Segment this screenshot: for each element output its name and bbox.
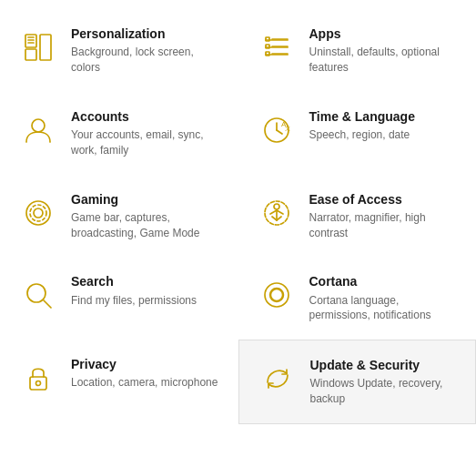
personalization-icon bbox=[18, 27, 58, 67]
gaming-text: Gaming Game bar, captures, broadcasting,… bbox=[71, 191, 220, 241]
svg-point-32 bbox=[270, 289, 283, 301]
svg-point-31 bbox=[265, 283, 289, 307]
search-title: Search bbox=[71, 273, 197, 289]
settings-item-personalization[interactable]: Personalization Background, lock screen,… bbox=[0, 9, 238, 92]
svg-point-25 bbox=[274, 204, 279, 209]
svg-point-29 bbox=[27, 284, 46, 302]
time-language-icon: A 文 bbox=[257, 110, 297, 150]
cortana-text: Cortana Cortana language, permissions, n… bbox=[309, 273, 459, 323]
privacy-text: Privacy Location, camera, microphone bbox=[71, 356, 218, 391]
cortana-title: Cortana bbox=[309, 273, 459, 289]
settings-item-privacy[interactable]: Privacy Location, camera, microphone bbox=[0, 340, 238, 424]
ease-of-access-desc: Narrator, magnifier, high contrast bbox=[309, 210, 459, 241]
privacy-title: Privacy bbox=[71, 356, 218, 372]
svg-rect-11 bbox=[266, 52, 269, 56]
settings-item-ease-of-access[interactable]: Ease of Access Narrator, magnifier, high… bbox=[238, 175, 477, 258]
svg-rect-0 bbox=[25, 35, 36, 47]
accounts-icon bbox=[18, 110, 58, 150]
svg-line-18 bbox=[277, 130, 282, 134]
search-icon bbox=[18, 275, 58, 315]
settings-item-apps[interactable]: Apps Uninstall, defaults, optional featu… bbox=[238, 9, 477, 92]
update-security-desc: Windows Update, recovery, backup bbox=[310, 376, 458, 407]
svg-rect-33 bbox=[30, 377, 46, 390]
apps-desc: Uninstall, defaults, optional features bbox=[309, 45, 459, 76]
svg-rect-2 bbox=[40, 35, 51, 60]
accounts-title: Accounts bbox=[71, 108, 220, 125]
svg-rect-10 bbox=[266, 45, 269, 48]
cortana-desc: Cortana language, permissions, notificat… bbox=[309, 293, 459, 324]
update-security-title: Update & Security bbox=[310, 357, 458, 373]
search-desc: Find my files, permissions bbox=[71, 293, 197, 309]
privacy-desc: Location, camera, microphone bbox=[71, 375, 218, 391]
ease-of-access-icon bbox=[257, 193, 297, 233]
svg-point-15 bbox=[32, 119, 45, 132]
svg-point-34 bbox=[36, 381, 41, 386]
time-language-text: Time & Language Speech, region, date bbox=[309, 108, 415, 143]
apps-text: Apps Uninstall, defaults, optional featu… bbox=[309, 25, 459, 76]
cortana-icon bbox=[257, 275, 297, 315]
search-text: Search Find my files, permissions bbox=[71, 273, 197, 308]
settings-item-update-security[interactable]: Update & Security Windows Update, recove… bbox=[238, 340, 477, 424]
personalization-text: Personalization Background, lock screen,… bbox=[71, 25, 220, 76]
accounts-desc: Your accounts, email, sync, work, family bbox=[71, 127, 220, 158]
update-security-icon bbox=[258, 359, 298, 399]
svg-point-23 bbox=[30, 205, 46, 221]
gaming-desc: Game bar, captures, broadcasting, Game M… bbox=[71, 210, 220, 241]
gaming-icon bbox=[18, 193, 58, 233]
update-security-text: Update & Security Windows Update, recove… bbox=[310, 357, 458, 407]
svg-line-30 bbox=[44, 300, 51, 308]
svg-rect-9 bbox=[266, 37, 269, 41]
settings-item-cortana[interactable]: Cortana Cortana language, permissions, n… bbox=[238, 257, 477, 340]
privacy-icon bbox=[18, 358, 58, 398]
apps-icon bbox=[257, 27, 297, 67]
personalization-title: Personalization bbox=[71, 25, 220, 42]
gaming-title: Gaming bbox=[71, 191, 220, 208]
svg-text:文: 文 bbox=[285, 125, 290, 131]
time-language-title: Time & Language bbox=[309, 108, 415, 125]
time-language-desc: Speech, region, date bbox=[309, 127, 415, 143]
ease-of-access-title: Ease of Access bbox=[309, 191, 459, 208]
settings-item-accounts[interactable]: Accounts Your accounts, email, sync, wor… bbox=[0, 92, 238, 175]
accounts-text: Accounts Your accounts, email, sync, wor… bbox=[71, 108, 220, 158]
svg-rect-1 bbox=[25, 49, 36, 60]
settings-item-time-language[interactable]: A 文 Time & Language Speech, region, date bbox=[238, 92, 477, 175]
svg-point-22 bbox=[34, 208, 43, 218]
apps-title: Apps bbox=[309, 25, 459, 42]
settings-item-gaming[interactable]: Gaming Game bar, captures, broadcasting,… bbox=[0, 175, 238, 258]
settings-grid: Personalization Background, lock screen,… bbox=[0, 9, 476, 424]
personalization-desc: Background, lock screen, colors bbox=[71, 45, 220, 76]
settings-item-search[interactable]: Search Find my files, permissions bbox=[0, 257, 238, 340]
ease-of-access-text: Ease of Access Narrator, magnifier, high… bbox=[309, 191, 459, 241]
